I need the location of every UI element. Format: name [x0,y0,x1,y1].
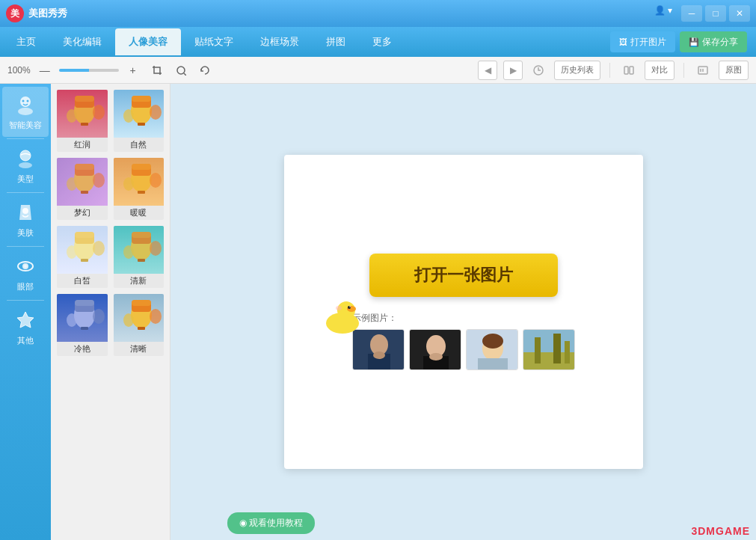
svg-point-80 [150,309,162,324]
left-sidebar: 智能美容 美型 美肤 [0,84,51,540]
nav-back-button[interactable]: ◀ [478,61,497,80]
eye-icon [13,254,37,278]
svg-rect-91 [478,358,508,370]
skin-icon [13,200,37,224]
app-title: 美图秀秀 [28,7,67,20]
menubar: 主页 美化编辑 人像美容 贴纸文字 边框场景 拼图 更多 🖼 打开图片 💾 保存… [0,27,756,57]
filter-thumb-4 [57,226,108,274]
filter-thumb-5 [114,226,165,274]
svg-point-33 [150,105,162,120]
sample-section: 示例图片： [352,312,575,370]
zoom-out-button[interactable]: — [35,61,55,80]
filter-item-5[interactable]: 清新 [112,224,166,289]
tab-beauty[interactable]: 人像美容 [115,28,181,55]
main-layout: 智能美容 美型 美肤 [0,84,756,540]
svg-line-1 [184,73,186,76]
filter-item-2[interactable]: 梦幻 [55,156,109,221]
filter-item-3[interactable]: 暖暖 [112,156,166,221]
save-share-button[interactable]: 💾 保存分享 [680,31,747,52]
clock-icon [529,61,548,80]
zoom-slider[interactable] [59,69,119,72]
svg-rect-57 [57,226,108,274]
zoom-level: 100% [7,65,31,76]
tutorial-button[interactable]: ◉ 观看使用教程 [227,512,315,534]
sidebar-item-skin[interactable]: 美肤 [2,194,49,245]
svg-rect-95 [535,337,541,363]
svg-point-12 [20,150,31,161]
filter-item-6[interactable]: 冷艳 [55,292,109,358]
svg-point-13 [19,162,32,168]
svg-point-92 [482,334,503,349]
history-list-button[interactable]: 历史列表 [554,61,600,80]
open-image-button[interactable]: 🖼 打开图片 [610,31,675,52]
sidebar-divider-3 [7,246,44,247]
close-button[interactable]: ✕ [729,5,750,22]
svg-point-10 [22,100,25,102]
svg-point-14 [22,208,28,214]
minimize-button[interactable]: ─ [681,5,702,22]
svg-rect-30 [132,96,151,102]
sidebar-item-smart-beauty[interactable]: 智能美容 [2,87,49,137]
refresh-button[interactable] [195,61,215,80]
filter-thumb-0 [57,90,108,138]
svg-rect-73 [57,294,108,342]
svg-point-32 [123,109,134,123]
tab-frame[interactable]: 边框场景 [247,28,313,55]
svg-rect-26 [57,90,108,138]
svg-point-9 [18,108,33,115]
sidebar-divider-1 [7,138,44,139]
svg-point-88 [429,353,443,360]
original-button[interactable]: 原图 [719,61,749,80]
filter-label-4: 白皙 [57,274,108,288]
svg-point-102 [349,306,351,307]
svg-point-79 [123,313,134,327]
filter-item-7[interactable]: 清晰 [112,292,166,358]
sample-thumb-4[interactable] [523,329,575,370]
filter-item-4[interactable]: 白皙 [55,224,109,289]
open-image-big-button[interactable]: 打开一张图片 [369,254,558,297]
duck-mascot [320,297,365,341]
tab-sticker[interactable]: 贴纸文字 [181,28,247,55]
svg-rect-96 [553,334,561,363]
zoom-in-button[interactable]: + [123,61,143,80]
svg-rect-31 [138,123,145,126]
tab-collage[interactable]: 拼图 [313,28,359,55]
nav-forward-button[interactable]: ▶ [503,61,523,80]
filter-item-0[interactable]: 红润 [55,88,109,153]
titlebar: 美 美图秀秀 👤 ▾ ─ □ ✕ [0,0,756,27]
crop-button[interactable] [147,61,167,80]
smart-beauty-icon [13,93,37,117]
menubar-actions: 🖼 打开图片 💾 保存分享 [610,31,753,52]
compare-button[interactable]: 对比 [645,61,674,80]
tab-more[interactable]: 更多 [359,28,405,55]
titlebar-left: 美 美图秀秀 [6,4,67,22]
svg-rect-78 [138,327,145,330]
filter-item-1[interactable]: 自然 [112,88,166,153]
zoom-fit-button[interactable] [171,61,191,80]
sample-thumb-3[interactable] [466,329,518,370]
tab-home[interactable]: 主页 [3,28,49,55]
sidebar-item-reshape[interactable]: 美型 [2,141,49,191]
sidebar-item-other[interactable]: 其他 [2,302,49,352]
toolbar-separator2 [683,63,684,78]
filter-thumb-6 [57,294,108,342]
sidebar-divider-4 [7,300,44,301]
svg-rect-4 [630,67,633,74]
original-icon [693,61,713,80]
svg-point-0 [177,67,185,74]
sample-images [352,329,575,370]
filter-label-1: 自然 [114,138,165,152]
canvas-area: 打开一张图片 示例图片： [170,84,756,540]
svg-rect-65 [114,226,165,274]
sidebar-item-eyes[interactable]: 眼部 [2,248,49,298]
svg-rect-3 [624,67,628,74]
maximize-button[interactable]: □ [705,5,726,22]
toolbar-separator [609,63,610,78]
filter-label-2: 梦幻 [57,206,108,220]
tab-edit[interactable]: 美化编辑 [49,28,115,55]
sample-thumb-2[interactable] [409,329,461,370]
filter-thumb-3 [114,158,165,206]
filter-label-7: 清晰 [114,342,165,356]
svg-rect-97 [565,341,570,363]
svg-rect-49 [114,158,165,206]
